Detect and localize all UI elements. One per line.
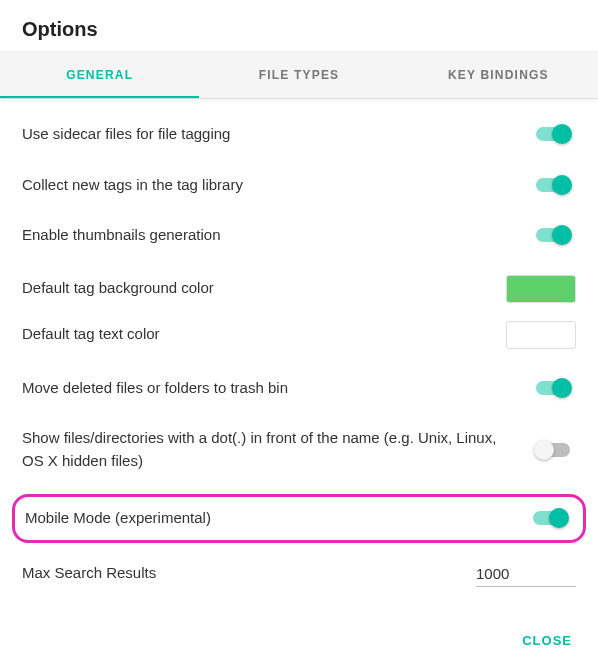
setting-label: Default tag text color xyxy=(22,323,160,346)
setting-text-color: Default tag text color xyxy=(22,321,576,349)
toggle-mobile-mode[interactable] xyxy=(533,511,567,525)
setting-label: Use sidecar files for file tagging xyxy=(22,123,230,146)
toggle-thumb xyxy=(552,175,572,195)
toggle-thumb xyxy=(552,225,572,245)
settings-content: Use sidecar files for file tagging Colle… xyxy=(0,99,598,615)
setting-label: Move deleted files or folders to trash b… xyxy=(22,377,288,400)
setting-label: Collect new tags in the tag library xyxy=(22,174,243,197)
setting-label: Mobile Mode (experimental) xyxy=(25,507,211,530)
dialog-title: Options xyxy=(0,0,598,51)
setting-mobile-mode: Mobile Mode (experimental) xyxy=(12,494,586,543)
toggle-thumb xyxy=(552,378,572,398)
setting-label: Max Search Results xyxy=(22,562,156,585)
setting-collect-tags: Collect new tags in the tag library xyxy=(22,174,576,197)
toggle-thumb xyxy=(552,124,572,144)
toggle-hidden-files[interactable] xyxy=(536,443,570,457)
toggle-collect-tags[interactable] xyxy=(536,178,570,192)
tab-general[interactable]: GENERAL xyxy=(0,52,199,98)
tab-key-bindings[interactable]: KEY BINDINGS xyxy=(399,52,598,98)
setting-sidecar: Use sidecar files for file tagging xyxy=(22,123,576,146)
setting-hidden-files: Show files/directories with a dot(.) in … xyxy=(22,427,576,472)
color-swatch-bg[interactable] xyxy=(506,275,576,303)
setting-thumbnails: Enable thumbnails generation xyxy=(22,224,576,247)
toggle-trash[interactable] xyxy=(536,381,570,395)
toggle-sidecar[interactable] xyxy=(536,127,570,141)
setting-max-search: Max Search Results xyxy=(22,561,576,587)
color-swatch-text[interactable] xyxy=(506,321,576,349)
dialog-footer: CLOSE xyxy=(0,615,598,671)
toggle-thumb xyxy=(549,508,569,528)
toggle-thumb xyxy=(534,440,554,460)
setting-trash: Move deleted files or folders to trash b… xyxy=(22,377,576,400)
toggle-thumbnails[interactable] xyxy=(536,228,570,242)
options-dialog: Options GENERAL FILE TYPES KEY BINDINGS … xyxy=(0,0,598,670)
setting-label: Default tag background color xyxy=(22,277,214,300)
setting-bg-color: Default tag background color xyxy=(22,275,576,303)
max-search-input[interactable] xyxy=(476,561,576,587)
setting-label: Enable thumbnails generation xyxy=(22,224,220,247)
tabs: GENERAL FILE TYPES KEY BINDINGS xyxy=(0,51,598,99)
setting-label: Show files/directories with a dot(.) in … xyxy=(22,427,520,472)
tab-file-types[interactable]: FILE TYPES xyxy=(199,52,398,98)
close-button[interactable]: CLOSE xyxy=(518,625,576,656)
